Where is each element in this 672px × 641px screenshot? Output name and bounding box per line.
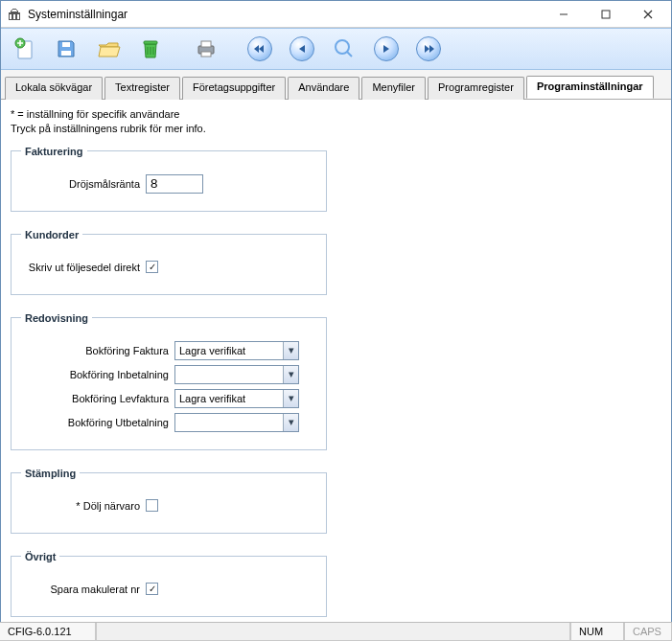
label-dolj-narvaro: * Dölj närvaro — [21, 500, 146, 512]
tab-menyfiler[interactable]: Menyfiler — [361, 77, 426, 100]
label-skrivut: Skriv ut följesedel direkt — [21, 262, 146, 273]
chevron-down-icon: ▾ — [283, 342, 298, 359]
select-bokforing-faktura[interactable]: Lagra verifikat ▾ — [174, 341, 299, 360]
label-spara-makulerat: Spara makulerat nr — [21, 584, 146, 595]
tab-foretagsuppgifter[interactable]: Företagsuppgifter — [182, 77, 286, 100]
legend-ovrigt: Övrigt — [21, 551, 59, 562]
legend-kundorder: Kundorder — [21, 229, 82, 240]
tab-programinstallningar[interactable]: Programinställningar — [526, 76, 654, 99]
status-num: NUM — [570, 623, 624, 641]
tab-programregister[interactable]: Programregister — [428, 77, 524, 100]
print-button[interactable] — [189, 32, 223, 66]
tab-textregister[interactable]: Textregister — [104, 77, 180, 100]
titlebar: Systeminställningar — [1, 1, 671, 28]
prev-button[interactable] — [285, 32, 319, 66]
tab-content: * = inställning för specifik användare T… — [1, 100, 671, 622]
svg-rect-3 — [61, 51, 71, 56]
tabstrip: Lokala sökvägar Textregister Företagsupp… — [1, 70, 671, 100]
next-button[interactable] — [369, 32, 404, 66]
svg-rect-8 — [201, 52, 211, 57]
svg-rect-5 — [144, 41, 157, 44]
first-button[interactable] — [243, 32, 277, 66]
app-icon — [7, 7, 22, 22]
status-caps: CAPS — [624, 623, 672, 641]
select-bokforing-utbetalning[interactable]: ▾ — [174, 413, 299, 432]
search-button[interactable] — [327, 32, 361, 66]
select-bokforing-levfaktura[interactable]: Lagra verifikat ▾ — [174, 389, 299, 408]
status-spacer — [96, 623, 570, 641]
help-line2: Tryck på inställningens rubrik för mer i… — [11, 122, 661, 136]
checkbox-dolj-narvaro[interactable] — [146, 499, 158, 512]
label-bokforing-faktura: Bokföring Faktura — [21, 345, 174, 356]
chevron-down-icon: ▾ — [283, 414, 298, 431]
statusbar: CFIG-6.0.121 NUM CAPS — [0, 622, 672, 641]
tab-anvandare[interactable]: Användare — [288, 77, 359, 100]
label-bokforing-inbetalning: Bokföring Inbetalning — [21, 369, 174, 380]
group-stampling: Stämpling * Dölj närvaro — [11, 468, 327, 534]
open-button[interactable] — [91, 32, 126, 66]
chevron-down-icon: ▾ — [283, 390, 298, 407]
minimize-button[interactable] — [543, 1, 585, 27]
close-button[interactable] — [627, 1, 669, 27]
help-text: * = inställning för specifik användare T… — [11, 107, 661, 136]
group-ovrigt: Övrigt Spara makulerat nr ✓ — [11, 551, 327, 617]
legend-redovisning: Redovisning — [21, 312, 92, 324]
input-drojsmalsranta[interactable] — [146, 174, 203, 194]
save-button[interactable] — [49, 32, 83, 66]
status-version: CFIG-6.0.121 — [0, 623, 96, 641]
svg-rect-7 — [201, 41, 211, 47]
legend-stampling: Stämpling — [21, 468, 80, 479]
toolbar — [1, 28, 671, 70]
new-button[interactable] — [7, 32, 41, 66]
window-title: Systeminställningar — [28, 8, 543, 21]
legend-fakturering: Fakturering — [21, 146, 87, 157]
label-drojsmalsranta: Dröjsmålsränta — [21, 178, 146, 190]
last-button[interactable] — [411, 32, 446, 66]
value-bokforing-levfaktura: Lagra verifikat — [179, 393, 245, 404]
group-kundorder: Kundorder Skriv ut följesedel direkt ✓ — [11, 229, 327, 295]
checkbox-spara-makulerat[interactable]: ✓ — [146, 583, 158, 595]
svg-rect-4 — [62, 42, 70, 47]
label-bokforing-utbetalning: Bokföring Utbetalning — [21, 417, 174, 428]
maximize-button[interactable] — [585, 1, 627, 27]
checkbox-skrivut[interactable]: ✓ — [146, 261, 158, 273]
chevron-down-icon: ▾ — [283, 366, 298, 383]
label-bokforing-levfaktura: Bokföring Levfaktura — [21, 393, 174, 404]
group-redovisning: Redovisning Bokföring Faktura Lagra veri… — [11, 312, 327, 450]
group-fakturering: Fakturering Dröjsmålsränta — [11, 146, 327, 212]
value-bokforing-faktura: Lagra verifikat — [179, 345, 245, 356]
select-bokforing-inbetalning[interactable]: ▾ — [174, 365, 299, 384]
svg-rect-0 — [602, 11, 610, 18]
tab-lokala-sokvagar[interactable]: Lokala sökvägar — [5, 77, 103, 100]
svg-point-9 — [336, 40, 349, 54]
help-line1: * = inställning för specifik användare — [11, 107, 661, 122]
delete-button[interactable] — [133, 32, 168, 66]
